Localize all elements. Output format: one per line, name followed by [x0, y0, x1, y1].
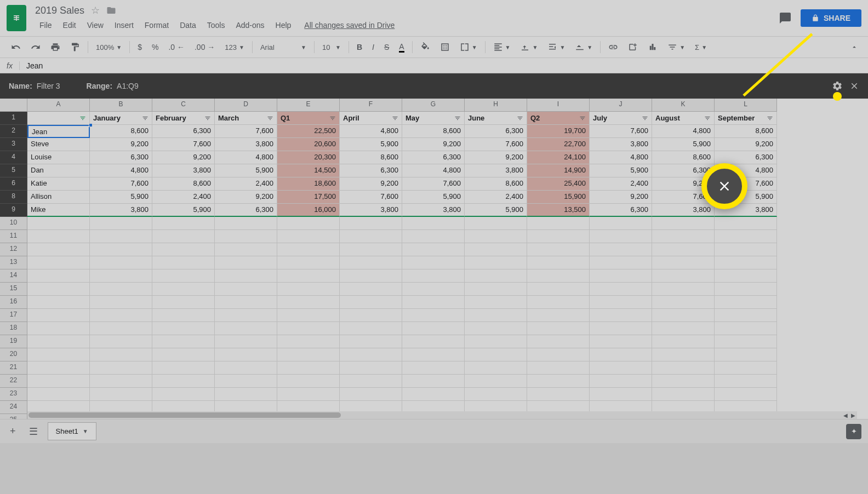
- cell[interactable]: 9,200: [152, 151, 215, 164]
- collapse-toolbar-icon[interactable]: [847, 40, 861, 54]
- cell[interactable]: 16,000: [277, 204, 340, 217]
- cell[interactable]: [215, 217, 277, 230]
- cell[interactable]: [402, 322, 465, 335]
- cell[interactable]: [27, 296, 90, 309]
- cell[interactable]: 3,800: [340, 204, 402, 217]
- menu-file[interactable]: File: [35, 19, 56, 32]
- filter-range-value[interactable]: A1:Q9: [117, 82, 139, 90]
- cell[interactable]: [215, 335, 277, 348]
- cell[interactable]: [340, 322, 402, 335]
- row-header[interactable]: 4: [0, 151, 27, 164]
- zoom-select[interactable]: 100%▼: [92, 41, 126, 54]
- row-header[interactable]: 19: [0, 335, 27, 348]
- cell[interactable]: [465, 335, 527, 348]
- cell[interactable]: [90, 375, 152, 388]
- cell[interactable]: [90, 256, 152, 269]
- cell[interactable]: [27, 322, 90, 335]
- col-header-G[interactable]: G: [402, 99, 465, 112]
- sheet-tab[interactable]: Sheet1 ▼: [48, 422, 96, 440]
- cell[interactable]: 8,600: [402, 125, 465, 138]
- row-header[interactable]: 13: [0, 256, 27, 269]
- cell[interactable]: [152, 230, 215, 243]
- cell[interactable]: [277, 388, 340, 401]
- col-header-B[interactable]: B: [90, 99, 152, 112]
- cell[interactable]: 3,800: [590, 138, 652, 151]
- column-filter-icon[interactable]: [267, 115, 273, 122]
- cell[interactable]: [402, 243, 465, 256]
- cell[interactable]: [90, 296, 152, 309]
- cell[interactable]: [590, 388, 652, 401]
- cell[interactable]: [277, 361, 340, 375]
- cell[interactable]: [590, 217, 652, 230]
- cell[interactable]: Allison: [27, 191, 90, 204]
- cell[interactable]: [465, 296, 527, 309]
- cell[interactable]: [90, 335, 152, 348]
- cell[interactable]: [340, 296, 402, 309]
- column-filter-icon[interactable]: [204, 115, 211, 122]
- cell[interactable]: [215, 283, 277, 296]
- cell[interactable]: [715, 243, 777, 256]
- cell[interactable]: [277, 217, 340, 230]
- save-status[interactable]: All changes saved in Drive: [304, 21, 395, 30]
- cell[interactable]: [590, 283, 652, 296]
- scroll-left-icon[interactable]: ◀: [842, 411, 849, 419]
- comment-add-icon[interactable]: [624, 39, 642, 55]
- cell[interactable]: [652, 348, 715, 361]
- cell[interactable]: 9,200: [715, 138, 777, 151]
- print-icon[interactable]: [46, 39, 65, 55]
- column-filter-icon[interactable]: [392, 115, 398, 122]
- cell[interactable]: 25,400: [527, 177, 590, 191]
- cell[interactable]: Dan: [27, 164, 90, 177]
- cell[interactable]: [652, 217, 715, 230]
- cell[interactable]: [527, 322, 590, 335]
- col-header-I[interactable]: I: [527, 99, 590, 112]
- cell[interactable]: [340, 243, 402, 256]
- cell[interactable]: 5,900: [90, 191, 152, 204]
- cell[interactable]: 17,500: [277, 191, 340, 204]
- header-cell[interactable]: August: [652, 112, 715, 125]
- col-header-C[interactable]: C: [152, 99, 215, 112]
- cell[interactable]: [340, 269, 402, 283]
- cell[interactable]: Jean: [27, 125, 90, 138]
- cell[interactable]: 14,500: [277, 164, 340, 177]
- cell[interactable]: 7,600: [215, 125, 277, 138]
- menu-help[interactable]: Help: [271, 19, 296, 32]
- cell[interactable]: [465, 283, 527, 296]
- cell[interactable]: 7,600: [90, 177, 152, 191]
- cell[interactable]: 7,600: [152, 138, 215, 151]
- font-select[interactable]: Arial▼: [256, 41, 311, 54]
- cell[interactable]: 9,200: [590, 191, 652, 204]
- functions-icon[interactable]: Σ▼: [690, 41, 711, 54]
- cell[interactable]: [90, 388, 152, 401]
- spreadsheet[interactable]: ABCDEFGHIJKL1JanuaryFebruaryMarchQ1April…: [0, 99, 868, 419]
- cell[interactable]: [27, 283, 90, 296]
- header-cell[interactable]: April: [340, 112, 402, 125]
- cell[interactable]: [340, 335, 402, 348]
- cell[interactable]: [465, 375, 527, 388]
- row-header[interactable]: 20: [0, 348, 27, 361]
- sheet-tab-dropdown-icon[interactable]: ▼: [83, 428, 88, 434]
- col-header-L[interactable]: L: [715, 99, 777, 112]
- cell[interactable]: [465, 348, 527, 361]
- column-filter-icon[interactable]: [454, 115, 461, 122]
- row-header[interactable]: 10: [0, 217, 27, 230]
- cell[interactable]: 3,800: [652, 204, 715, 217]
- sheets-app-icon[interactable]: [7, 5, 26, 31]
- cell[interactable]: 22,500: [277, 125, 340, 138]
- cell[interactable]: [215, 243, 277, 256]
- cell[interactable]: [27, 269, 90, 283]
- cell[interactable]: [27, 256, 90, 269]
- cell[interactable]: [340, 256, 402, 269]
- cell[interactable]: [27, 348, 90, 361]
- undo-icon[interactable]: [7, 39, 25, 55]
- cell[interactable]: 3,800: [90, 204, 152, 217]
- cell[interactable]: [152, 283, 215, 296]
- cell[interactable]: [527, 217, 590, 230]
- cell[interactable]: 5,900: [402, 191, 465, 204]
- header-cell[interactable]: May: [402, 112, 465, 125]
- menu-format[interactable]: Format: [140, 19, 173, 32]
- cell[interactable]: [152, 348, 215, 361]
- font-size-select[interactable]: 10▼: [318, 41, 345, 54]
- cell[interactable]: [465, 269, 527, 283]
- column-filter-icon[interactable]: [79, 115, 86, 122]
